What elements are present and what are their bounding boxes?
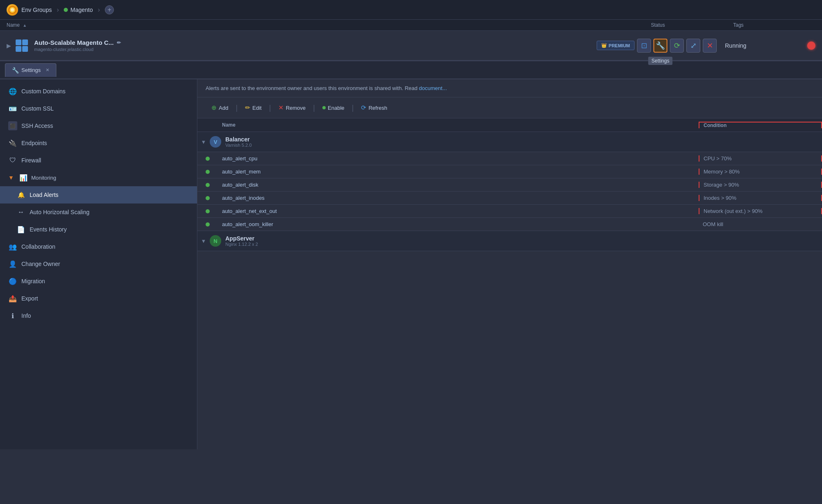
- alert-checkbox-oom[interactable]: [197, 222, 218, 227]
- auto-horizontal-icon: ↔: [16, 208, 25, 217]
- breadcrumb-env-groups[interactable]: Env Groups: [21, 7, 52, 13]
- migration-icon: 🔵: [8, 277, 17, 286]
- env-expand-button[interactable]: ▶: [7, 42, 11, 49]
- sidebar-group-monitoring[interactable]: ▼ 📊 Monitoring: [0, 169, 197, 186]
- sidebar-item-firewall[interactable]: 🛡 Firewall: [0, 152, 197, 169]
- alert-condition-net: Network (out ext.) > 90%: [699, 208, 822, 214]
- sidebar-item-export[interactable]: 📤 Export: [0, 290, 197, 307]
- alert-checkbox-disk[interactable]: [197, 183, 218, 187]
- alert-checkbox-mem[interactable]: [197, 170, 218, 174]
- sidebar-item-custom-ssl[interactable]: 🪪 Custom SSL: [0, 100, 197, 117]
- deploy-button[interactable]: ⟳: [670, 39, 684, 53]
- alert-enabled-dot: [206, 209, 210, 213]
- crown-icon: 👑: [601, 43, 607, 48]
- env-status-red-dot: [807, 42, 815, 50]
- breadcrumb-sep-2: ›: [98, 6, 100, 14]
- enable-dot-icon: [322, 106, 326, 109]
- sidebar-item-ssh-access[interactable]: ⬛ SSH Access: [0, 117, 197, 134]
- settings-tab[interactable]: 🔧 Settings ✕: [5, 63, 56, 77]
- add-env-button[interactable]: +: [105, 5, 114, 14]
- alert-name-oom: auto_alert_oom_killer: [218, 221, 699, 227]
- events-history-icon: 📄: [16, 225, 25, 234]
- topbar: Env Groups › Magento › +: [0, 0, 822, 20]
- breadcrumb-sep-1: ›: [57, 6, 59, 14]
- sidebar-item-migration[interactable]: 🔵 Migration: [0, 273, 197, 290]
- sidebar-item-endpoints[interactable]: 🔌 Endpoints: [0, 134, 197, 152]
- alert-condition-disk: Storage > 90%: [699, 182, 822, 188]
- premium-badge: 👑 PREMIUM: [597, 41, 634, 50]
- group-row-balancer[interactable]: ▼ V Balancer Varnish 5.2.0: [197, 132, 822, 152]
- svg-point-2: [11, 8, 14, 12]
- remove-button[interactable]: ✕ Remove: [273, 102, 311, 114]
- alert-checkbox-inodes[interactable]: [197, 196, 218, 200]
- enable-button[interactable]: Enable: [317, 102, 350, 113]
- endpoints-icon: 🔌: [8, 139, 17, 148]
- toolbar-sep-3: |: [313, 104, 315, 112]
- env-table: Name ▲ Status Tags ▶ Auto-Scalable Magen…: [0, 20, 822, 61]
- monitoring-expand-icon: ▼: [8, 174, 16, 181]
- toolbar-sep-1: |: [236, 104, 238, 112]
- alert-checkbox-cpu[interactable]: [197, 157, 218, 161]
- env-actions: 👑 PREMIUM ⊡ 🔧 Settings ⟳ ⤢ ✕: [597, 39, 717, 53]
- sidebar-item-load-alerts[interactable]: 🔔 Load Alerts: [0, 186, 197, 203]
- balancer-group-icon: V: [210, 136, 221, 148]
- settings-tab-bar: 🔧 Settings ✕: [0, 61, 822, 79]
- breadcrumb-magento[interactable]: Magento: [64, 7, 93, 13]
- alert-condition-mem: Memory > 80%: [699, 169, 822, 175]
- toolbar: ⊕ Add | ✏ Edit | ✕ Remove | Enable: [197, 97, 822, 118]
- th-name: Name: [218, 122, 699, 128]
- edit-button[interactable]: ✏ Edit: [239, 102, 267, 114]
- appserver-group-info: AppServer Nginx 1.12.2 x 2: [225, 235, 258, 247]
- col-status-header: Status: [651, 22, 733, 28]
- refresh-button[interactable]: ⟳ Refresh: [355, 102, 393, 114]
- sidebar: 🌐 Custom Domains 🪪 Custom SSL ⬛ SSH Acce…: [0, 79, 197, 449]
- alert-enabled-dot: [206, 222, 210, 227]
- sidebar-item-collaboration[interactable]: 👥 Collaboration: [0, 238, 197, 255]
- alert-condition-oom: OOM kill: [699, 221, 822, 227]
- alerts-table: Name Condition ▼ V Balancer Varnish 5.2.…: [197, 118, 822, 449]
- doc-link[interactable]: document...: [419, 85, 447, 91]
- alert-checkbox-net[interactable]: [197, 209, 218, 213]
- group-chevron-balancer: ▼: [197, 139, 210, 145]
- env-status: Running: [725, 42, 799, 49]
- alert-enabled-dot: [206, 196, 210, 200]
- sidebar-item-change-owner[interactable]: 👤 Change Owner: [0, 255, 197, 273]
- settings-close-button[interactable]: ✕: [46, 67, 49, 73]
- alert-enabled-dot: [206, 183, 210, 187]
- col-name-header: Name ▲: [7, 22, 651, 28]
- change-owner-icon: 👤: [8, 259, 17, 268]
- alert-name-disk: auto_alert_disk: [218, 182, 699, 188]
- sidebar-item-info[interactable]: ℹ Info: [0, 307, 197, 324]
- alert-row-disk: auto_alert_disk Storage > 90%: [197, 178, 822, 192]
- custom-domains-icon: 🌐: [8, 87, 17, 96]
- sidebar-item-events-history[interactable]: 📄 Events History: [0, 221, 197, 238]
- remove-icon: ✕: [278, 104, 284, 111]
- delete-button[interactable]: ✕: [703, 39, 717, 53]
- alert-name-net: auto_alert_net_ext_out: [218, 208, 699, 214]
- git-button[interactable]: ⤢: [686, 39, 700, 53]
- alert-name-inodes: auto_alert_inodes: [218, 195, 699, 201]
- alert-row-net-ext-out: auto_alert_net_ext_out Network (out ext.…: [197, 205, 822, 218]
- pencil-icon: ✏: [245, 104, 250, 111]
- env-name: Auto-Scalable Magento C... ✏: [34, 39, 597, 46]
- settings-container: 🔧 Settings ✕ 🌐 Custom Domains 🪪 Custom S…: [0, 61, 822, 449]
- sidebar-item-custom-domains[interactable]: 🌐 Custom Domains: [0, 83, 197, 100]
- settings-button[interactable]: 🔧: [653, 39, 667, 53]
- env-edit-icon[interactable]: ✏: [117, 40, 121, 46]
- sort-icon: ▲: [23, 23, 27, 28]
- export-icon: 📤: [8, 294, 17, 303]
- table-header-row: Name Condition: [197, 118, 822, 132]
- open-in-browser-button[interactable]: ⊡: [637, 39, 651, 53]
- env-info: Auto-Scalable Magento C... ✏ magento-clu…: [34, 39, 597, 52]
- alert-row-oom: auto_alert_oom_killer OOM kill: [197, 218, 822, 231]
- custom-ssl-icon: 🪪: [8, 104, 17, 113]
- ssh-access-icon: ⬛: [8, 121, 17, 130]
- logo-icon: [7, 4, 18, 16]
- th-condition: Condition: [699, 122, 822, 128]
- group-row-appserver[interactable]: ▼ N AppServer Nginx 1.12.2 x 2: [197, 231, 822, 251]
- env-row: ▶ Auto-Scalable Magento C... ✏ magento-c…: [0, 31, 822, 60]
- sidebar-item-auto-horizontal[interactable]: ↔ Auto Horizontal Scaling: [0, 203, 197, 221]
- toolbar-sep-2: |: [269, 104, 271, 112]
- add-button[interactable]: ⊕ Add: [206, 102, 234, 114]
- collaboration-icon: 👥: [8, 242, 17, 251]
